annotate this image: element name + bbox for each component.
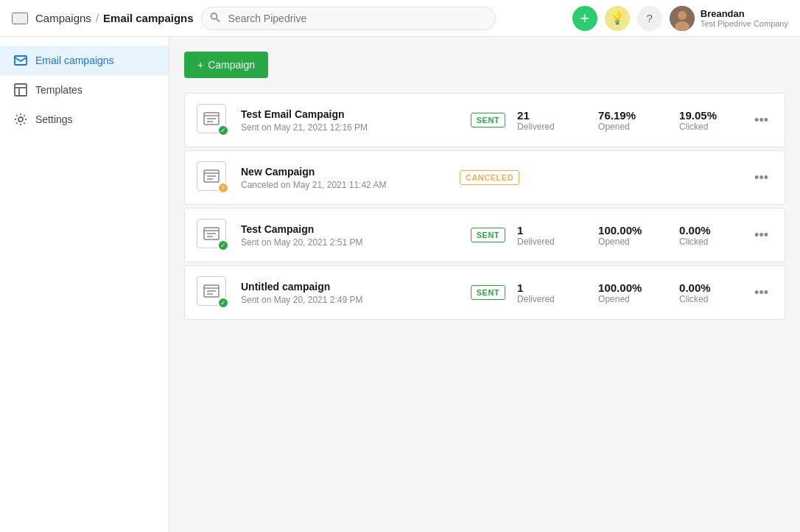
global-add-button[interactable]: + (572, 6, 597, 31)
user-text: Breandan Test Pipedrive Company (701, 8, 788, 28)
breadcrumb-current: Email campaigns (103, 12, 194, 24)
camp-stat-delivered: 1 Delivered (517, 281, 576, 304)
camp-stats-group: 1 Delivered 100.00% Opened 0.00% Clicked (517, 224, 738, 247)
clicked-label: Clicked (679, 294, 738, 304)
camp-info: New Campaign Canceled on May 21, 2021 11… (241, 166, 448, 190)
camp-status-badge: SENT (471, 228, 505, 242)
camp-stat-opened: 76.19% Opened (598, 109, 657, 132)
search-icon (210, 12, 220, 24)
camp-name: New Campaign (241, 166, 448, 178)
search-wrap (201, 7, 496, 30)
campaign-row: ! New Campaign Canceled on May 21, 2021 … (184, 150, 785, 205)
menu-toggle-button[interactable] (12, 13, 28, 24)
camp-status-indicator: ✓ (217, 297, 229, 309)
campaigns-list: ✓ Test Email Campaign Sent on May 21, 20… (184, 93, 785, 320)
campaign-row: ✓ Test Email Campaign Sent on May 21, 20… (184, 93, 785, 147)
sidebar-item-email-campaigns[interactable]: Email campaigns (0, 46, 169, 75)
delivered-value: 21 (517, 109, 576, 122)
opened-value: 76.19% (598, 109, 657, 122)
user-profile[interactable]: Breandan Test Pipedrive Company (670, 6, 788, 31)
search-input[interactable] (201, 7, 496, 30)
svg-rect-6 (15, 84, 27, 96)
opened-value: 100.00% (598, 224, 657, 237)
opened-label: Opened (598, 294, 657, 304)
clicked-label: Clicked (679, 122, 738, 132)
delivered-label: Delivered (517, 294, 576, 304)
camp-date: Sent on May 20, 2021 2:51 PM (241, 237, 459, 248)
camp-more-button[interactable]: ••• (750, 281, 773, 305)
camp-stats-group: 21 Delivered 76.19% Opened 19.05% Clicke… (517, 109, 738, 132)
campaign-row: ✓ Test Campaign Sent on May 20, 2021 2:5… (184, 208, 785, 262)
plus-icon: + (197, 59, 203, 71)
sidebar-item-settings[interactable]: Settings (0, 105, 169, 134)
svg-point-3 (678, 11, 687, 20)
email-campaigns-icon (13, 53, 28, 68)
breadcrumb: Campaigns / Email campaigns (35, 12, 194, 24)
camp-name: Test Email Campaign (241, 108, 459, 120)
camp-stat-delivered: 1 Delivered (517, 224, 576, 247)
delivered-label: Delivered (517, 237, 576, 247)
ellipsis-icon: ••• (754, 113, 768, 128)
sidebar: Email campaigns Templates Settings (0, 37, 169, 532)
opened-value: 100.00% (598, 281, 657, 294)
camp-status-indicator: ! (217, 182, 229, 194)
camp-info: Untitled campaign Sent on May 20, 2021 2… (241, 281, 459, 305)
camp-status-badge: SENT (471, 285, 505, 300)
topnav-left: Campaigns / Email campaigns (12, 7, 564, 30)
camp-stat-clicked: 0.00% Clicked (679, 224, 738, 247)
ellipsis-icon: ••• (754, 285, 768, 301)
avatar (670, 6, 695, 31)
topnav: Campaigns / Email campaigns + 💡 ? (0, 0, 800, 37)
camp-more-button[interactable]: ••• (750, 166, 773, 190)
camp-status-indicator: ✓ (217, 239, 229, 251)
camp-stat-opened: 100.00% Opened (598, 224, 657, 247)
user-name: Breandan (701, 8, 788, 19)
layout: Email campaigns Templates Settings (0, 37, 800, 532)
topnav-right: + 💡 ? Breandan Test Pipedrive Company (572, 6, 788, 31)
ellipsis-icon: ••• (754, 228, 768, 243)
opened-label: Opened (598, 237, 657, 247)
delivered-value: 1 (517, 281, 576, 294)
camp-name: Untitled campaign (241, 281, 459, 293)
camp-more-button[interactable]: ••• (750, 223, 773, 248)
camp-status-indicator: ✓ (217, 125, 229, 136)
camp-icon-wrap: ✓ (197, 219, 229, 251)
sidebar-item-templates[interactable]: Templates (0, 75, 169, 105)
clicked-value: 0.00% (679, 281, 738, 294)
help-button[interactable]: ? (637, 6, 662, 31)
templates-icon (13, 83, 28, 97)
camp-stat-delivered: 21 Delivered (517, 109, 576, 132)
camp-name: Test Campaign (241, 223, 459, 235)
main-content: + Campaign ✓ Test Email Campaign Sent on… (169, 37, 800, 532)
camp-status-badge: CANCELED (460, 170, 519, 185)
breadcrumb-parent: Campaigns (35, 12, 91, 24)
camp-info: Test Email Campaign Sent on May 21, 2021… (241, 108, 459, 133)
camp-date: Sent on May 20, 2021 2:49 PM (241, 295, 459, 305)
delivered-label: Delivered (517, 122, 576, 132)
camp-stat-opened: 100.00% Opened (598, 281, 657, 304)
opened-label: Opened (598, 122, 657, 132)
camp-status-badge: SENT (471, 113, 505, 127)
plus-icon: + (580, 10, 589, 27)
svg-point-9 (18, 117, 23, 122)
camp-info: Test Campaign Sent on May 20, 2021 2:51 … (241, 223, 459, 248)
add-campaign-button[interactable]: + Campaign (184, 52, 268, 78)
user-company: Test Pipedrive Company (701, 19, 788, 28)
sidebar-item-label: Email campaigns (35, 55, 114, 66)
camp-icon-wrap: ✓ (197, 104, 229, 136)
camp-more-button[interactable]: ••• (750, 108, 773, 133)
sidebar-item-label: Templates (35, 84, 83, 96)
camp-stats-group: 1 Delivered 100.00% Opened 0.00% Clicked (517, 281, 738, 304)
delivered-value: 1 (517, 224, 576, 237)
question-icon: ? (647, 12, 653, 24)
svg-line-1 (217, 18, 220, 21)
breadcrumb-separator: / (96, 12, 99, 24)
camp-icon-wrap: ! (197, 161, 229, 194)
camp-date: Canceled on May 21, 2021 11:42 AM (241, 180, 448, 190)
sidebar-item-label: Settings (35, 113, 73, 125)
ellipsis-icon: ••• (754, 170, 768, 186)
tips-button[interactable]: 💡 (605, 6, 630, 31)
clicked-value: 19.05% (679, 109, 738, 122)
camp-stat-clicked: 0.00% Clicked (679, 281, 738, 304)
camp-stat-clicked: 19.05% Clicked (679, 109, 738, 132)
